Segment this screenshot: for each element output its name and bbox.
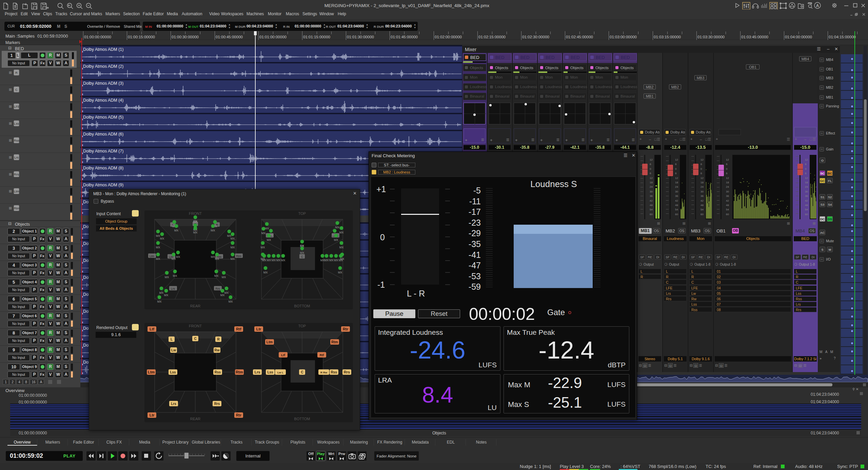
svg-text:C: C [301,255,303,259]
svg-text:Lrs: Lrs [171,287,175,290]
svg-text:Rtr: Rtr [343,327,349,331]
svg-text:MX: MX [276,259,281,262]
svg-text:L: L [171,338,173,341]
svg-text:Lrs: Lrs [254,370,260,374]
svg-text:MX: MX [174,229,179,232]
svg-text:A: A [816,3,819,8]
svg-text:Ltm: Ltm [150,254,154,258]
svg-text:MX: MX [263,271,268,274]
svg-text:MX: MX [224,291,229,294]
svg-text:Rtm: Rtm [331,340,338,344]
svg-text:Rtr: Rtr [236,413,242,417]
svg-text:Ltm: Ltm [148,370,155,374]
svg-text:R Rw: R Rw [320,371,328,374]
svg-text:Lrs: Lrs [171,402,176,406]
svg-text:Ltm: Ltm [267,340,273,344]
svg-text:MX: MX [159,291,164,294]
svg-text:Rtm: Rtm [236,254,241,258]
svg-text:MX: MX [262,259,267,262]
svg-text:MX: MX [231,246,235,249]
svg-text:C: C [301,370,303,374]
svg-text:MX: MX [231,237,235,240]
svg-text:MX: MX [231,257,235,261]
svg-text:Rss: Rss [215,370,221,374]
svg-text:MX: MX [222,275,226,279]
svg-text:Lss: Lss [170,370,176,374]
svg-text:FX: FX [300,244,304,247]
svg-text:MX: MX [334,238,338,242]
svg-text:MX: MX [261,246,265,249]
svg-text:MX: MX [211,255,215,259]
svg-text:MX: MX [267,238,271,242]
svg-text:MX: MX [156,246,160,249]
svg-text:MX: MX [339,246,344,249]
svg-text:Lw: Lw [171,348,176,352]
svg-text:Rss: Rss [331,370,337,374]
svg-text:R: R [217,338,220,341]
svg-text:Rtm: Rtm [236,370,243,374]
svg-text:MX: MX [172,257,176,261]
svg-text:Ltf: Ltf [150,327,154,331]
svg-text:MX: MX [335,226,340,229]
svg-text:Lss: Lss [267,370,273,374]
svg-text:Rtf: Rtf [320,353,324,357]
svg-text:MX: MX [334,259,338,262]
svg-text:FX: FX [194,220,197,223]
svg-text:Ltr: Ltr [256,327,261,331]
svg-text:MX: MX [261,231,266,235]
svg-text:MX: MX [214,274,219,278]
svg-text:MX: MX [211,229,215,232]
svg-text:MX: MX [173,274,177,278]
svg-text:MX: MX [267,259,271,262]
svg-text:MX: MX [160,237,164,240]
svg-text:MX: MX [265,227,269,230]
svg-text:Rrs: Rrs [344,370,350,374]
svg-text:MX: MX [338,271,342,274]
svg-text:MX: MX [193,231,198,234]
svg-text:Rrs: Rrs [215,287,220,290]
svg-text:MX: MX [165,275,169,279]
svg-text:Lw L: Lw L [277,371,283,374]
svg-text:MX: MX [272,259,276,262]
svg-text:Rrs: Rrs [214,402,220,406]
svg-text:Ltr: Ltr [150,413,155,417]
svg-text:MX: MX [164,293,169,297]
svg-text:Rtf: Rtf [236,327,241,331]
svg-text:MX: MX [324,259,329,262]
svg-text:MX: MX [156,257,160,261]
svg-text:MX: MX [157,300,162,303]
svg-text:MX: MX [229,300,233,303]
svg-text:MX: MX [339,259,343,262]
svg-text:MX: MX [215,257,219,261]
svg-text:MX: MX [281,259,285,262]
svg-text:MX: MX [220,293,225,297]
svg-text:C: C [194,337,196,341]
svg-text:MX: MX [329,259,334,262]
svg-text:MX: MX [339,231,344,234]
svg-text:MX: MX [176,255,180,259]
svg-text:MX: MX [300,251,304,254]
svg-text:Rw: Rw [215,348,220,352]
svg-text:Ltf: Ltf [281,353,285,357]
